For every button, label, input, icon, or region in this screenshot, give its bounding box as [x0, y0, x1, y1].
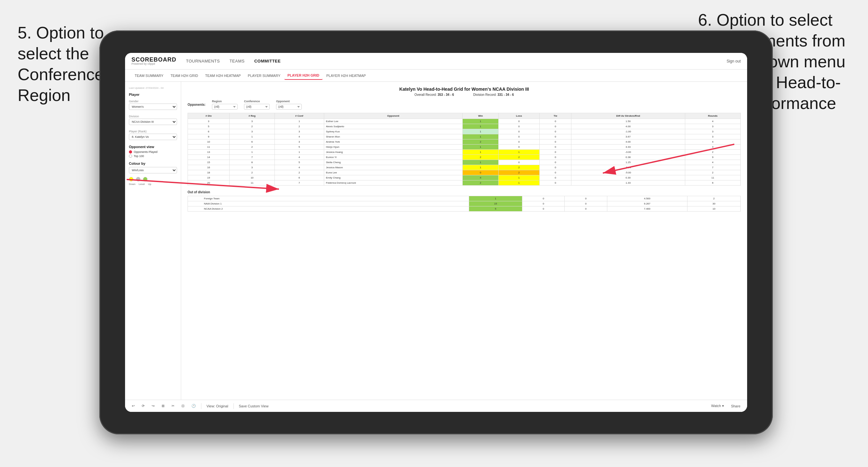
cell-tie: 0 [540, 170, 571, 175]
out-of-div-table: Foreign Team 1 0 0 4.500 2 NAIA Division… [188, 196, 741, 212]
cell-win: 0 [463, 170, 499, 175]
filter-region-select[interactable]: (All) [212, 104, 238, 110]
cell-conf: 4 [275, 155, 324, 160]
filter-opponent-label: Opponent [276, 100, 302, 103]
subnav-player-summary[interactable]: PLAYER SUMMARY [245, 72, 284, 80]
colour-by-select[interactable]: Win/Loss [129, 167, 177, 174]
cell-opponent: Jessica Huang [324, 150, 463, 155]
cell-loss: 0 [498, 129, 539, 134]
cell-diff: 3.67 [571, 134, 685, 139]
subnav-player-h2h-heatmap[interactable]: PLAYER H2H HEATMAP [323, 72, 369, 80]
col-win: Win [463, 113, 499, 119]
nav-teams[interactable]: TEAMS [229, 57, 245, 65]
cell-loss: 1 [498, 150, 539, 155]
cell-div: 20 [188, 181, 229, 186]
cell-out-name: NCAA Division 2 [188, 207, 469, 212]
subnav-team-h2h-grid[interactable]: TEAM H2H GRID [167, 72, 202, 80]
division-select[interactable]: NCAA Division III [129, 119, 177, 125]
cell-opponent: Eunice Yi [324, 155, 463, 160]
subnav-player-h2h-grid[interactable]: PLAYER H2H GRID [284, 71, 322, 80]
division-record: Division Record: 331 - 34 - 6 [473, 93, 514, 96]
cell-div: 5 [188, 124, 229, 129]
cell-diff: -3.00 [571, 150, 685, 155]
filter-conference-group: Conference (All) [244, 100, 270, 110]
toolbar-view-original[interactable]: View: Original [205, 403, 230, 409]
last-updated: Last Updated: 27/03/2024 - 04 [129, 87, 177, 89]
col-conf: # Conf [275, 113, 324, 119]
toolbar-copy[interactable]: ⊡ [180, 403, 186, 409]
cell-reg: 3 [229, 129, 275, 134]
toolbar-grid[interactable]: ⊞ [160, 403, 166, 409]
toolbar-save-custom[interactable]: Save Custom View [237, 403, 271, 409]
nav-bar: SCOREBOARD Powered by clippd TOURNAMENTS… [125, 53, 747, 69]
cell-loss: 2 [498, 155, 539, 160]
cell-conf: 6 [275, 175, 324, 181]
cell-tie: 0 [540, 119, 571, 124]
cell-diff: 1.50 [571, 119, 685, 124]
cell-loss: 0 [498, 134, 539, 139]
col-diff: Diff Av Strokes/Rnd [571, 113, 685, 119]
cell-out-win: 5 [469, 207, 522, 212]
cell-div: 16 [188, 165, 229, 170]
filter-conference-label: Conference [244, 100, 270, 103]
cell-out-name: Foreign Team [188, 196, 469, 201]
radio-dot-opponents [129, 150, 132, 154]
toolbar-watch[interactable]: Watch ▾ [709, 403, 726, 409]
cell-out-diff: 9.267 [607, 201, 687, 207]
cell-rounds: 3 [685, 134, 740, 139]
cell-win: 1 [463, 129, 499, 134]
cell-rounds: 2 [685, 170, 740, 175]
tablet-device: SCOREBOARD Powered by clippd TOURNAMENTS… [99, 30, 773, 434]
gender-select[interactable]: Women's [129, 103, 177, 110]
opponents-label: Opponents: [188, 103, 206, 106]
toolbar-refresh[interactable]: ⟳ [140, 403, 147, 409]
subnav-team-h2h-heatmap[interactable]: TEAM H2H HEATMAP [202, 72, 244, 80]
cell-reg: 3 [229, 119, 275, 124]
cell-opponent: Esther Lee [324, 119, 463, 124]
cell-diff: 1.33 [571, 181, 685, 186]
colour-label-up: Up [148, 183, 151, 186]
cell-conf: 7 [275, 181, 324, 186]
cell-div: 6 [188, 129, 229, 134]
filter-conference-select[interactable]: (All) [244, 104, 270, 110]
subnav-team-summary[interactable]: TEAM SUMMARY [131, 72, 167, 80]
toolbar-undo[interactable]: ↩ [130, 403, 136, 409]
radio-opponents-played[interactable]: Opponents Played [129, 150, 177, 154]
nav-committee[interactable]: COMMITTEE [254, 57, 281, 65]
player-rank-select[interactable]: 8. Katelyn Vo [129, 134, 177, 140]
logo: SCOREBOARD Powered by clippd [131, 57, 176, 65]
overall-record: Overall Record: 353 - 34 - 6 [414, 93, 454, 96]
cell-win: 2 [463, 139, 499, 145]
cell-conf: 4 [275, 165, 324, 170]
cell-tie: 0 [540, 175, 571, 181]
filter-opponent-select[interactable]: (All) [276, 104, 302, 110]
toolbar-redo[interactable]: ↪ [150, 403, 156, 409]
cell-win: 1 [463, 145, 499, 150]
record-row: Overall Record: 353 - 34 - 6 Division Re… [188, 93, 741, 96]
sign-out-button[interactable]: Sign out [726, 59, 741, 63]
toolbar-cut[interactable]: ✂ [169, 403, 176, 409]
col-opponent: Opponent [324, 113, 463, 119]
nav-tournaments[interactable]: TOURNAMENTS [186, 57, 220, 65]
cell-win: 2 [463, 181, 499, 186]
cell-diff: 4.00 [571, 124, 685, 129]
cell-out-rounds: 30 [687, 201, 740, 207]
cell-opponent: Stella Cheng [324, 160, 463, 165]
col-tie: Tie [540, 113, 571, 119]
cell-loss: 0 [498, 160, 539, 165]
toolbar-divider2 [234, 403, 234, 409]
toolbar-share[interactable]: Share [729, 403, 742, 409]
cell-reg: 7 [229, 155, 275, 160]
colour-dot-level [136, 177, 141, 181]
cell-loss: 0 [498, 119, 539, 124]
cell-div: 18 [188, 170, 229, 175]
cell-diff: 1.25 [571, 160, 685, 165]
cell-diff: -5.00 [571, 170, 685, 175]
cell-out-loss: 0 [522, 207, 564, 212]
radio-dot-top100 [129, 155, 132, 158]
cell-tie: 0 [540, 165, 571, 170]
cell-div: 9 [188, 134, 229, 139]
toolbar-clock[interactable]: 🕐 [189, 403, 198, 409]
radio-top100[interactable]: Top 100 [129, 155, 177, 158]
cell-rounds: 3 [685, 145, 740, 150]
